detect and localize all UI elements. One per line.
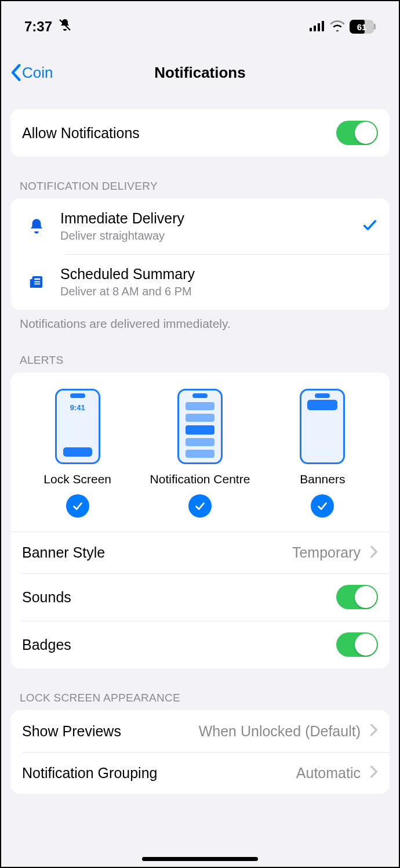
- badges-toggle[interactable]: [336, 632, 378, 657]
- sounds-row[interactable]: Sounds: [10, 573, 390, 621]
- checkmark-icon: [362, 217, 378, 236]
- chevron-right-icon: [370, 765, 378, 780]
- show-previews-label: Show Previews: [22, 723, 121, 740]
- status-right: 61: [310, 19, 376, 35]
- svg-rect-8: [34, 281, 40, 283]
- page-title: Notifications: [154, 64, 245, 82]
- svg-rect-2: [314, 26, 316, 31]
- alert-banners-label: Banners: [300, 472, 345, 486]
- svg-rect-7: [34, 279, 40, 280]
- nav-bar: Coin Notifications: [1, 52, 399, 93]
- banner-style-label: Banner Style: [22, 544, 283, 561]
- sounds-toggle[interactable]: [336, 585, 378, 609]
- svg-rect-9: [34, 284, 40, 285]
- alerts-preview-row: 9:41 Lock Screen: [10, 372, 390, 531]
- banner-style-value: Temporary: [292, 544, 361, 561]
- banners-preview-icon: [300, 389, 345, 464]
- alert-lockscreen-label: Lock Screen: [43, 472, 111, 486]
- delivery-header: NOTIFICATION DELIVERY: [10, 180, 390, 198]
- badges-label: Badges: [22, 636, 327, 653]
- status-left: 7:37: [24, 18, 72, 35]
- bell-icon: [22, 218, 51, 235]
- badges-row[interactable]: Badges: [10, 621, 390, 668]
- notification-grouping-label: Notification Grouping: [22, 765, 157, 782]
- banner-style-row[interactable]: Banner Style Temporary: [10, 531, 390, 573]
- status-bar: 7:37 61: [1, 1, 399, 42]
- alert-nc-label: Notification Centre: [150, 472, 250, 486]
- notification-grouping-value: Automatic: [296, 765, 361, 782]
- delivery-immediate-sub: Deliver straightaway: [60, 229, 352, 243]
- alert-lockscreen-check[interactable]: [66, 494, 89, 518]
- alert-banners[interactable]: Banners: [262, 389, 383, 518]
- svg-rect-6: [30, 279, 33, 288]
- svg-rect-4: [322, 21, 324, 31]
- show-previews-value: When Unlocked (Default): [199, 723, 361, 740]
- delivery-scheduled-row[interactable]: Scheduled Summary Deliver at 8 AM and 6 …: [10, 254, 390, 310]
- delivery-scheduled-title: Scheduled Summary: [60, 266, 378, 283]
- delivery-immediate-row[interactable]: Immediate Delivery Deliver straightaway: [10, 198, 390, 254]
- newspaper-icon: [22, 273, 51, 291]
- chevron-right-icon: [370, 724, 378, 739]
- delivery-immediate-title: Immediate Delivery: [60, 210, 352, 227]
- show-previews-row[interactable]: Show Previews When Unlocked (Default): [10, 710, 390, 752]
- allow-notifications-row[interactable]: Allow Notifications: [10, 109, 390, 157]
- status-time: 7:37: [24, 19, 52, 35]
- back-button[interactable]: Coin: [10, 64, 53, 82]
- battery-pct: 61: [350, 22, 374, 32]
- allow-notifications-toggle[interactable]: [336, 121, 378, 145]
- lockscreen-preview-icon: 9:41: [55, 389, 100, 464]
- allow-notifications-label: Allow Notifications: [22, 125, 327, 142]
- alert-banners-check[interactable]: [311, 494, 334, 518]
- delivery-footer: Notifications are delivered immediately.: [10, 310, 390, 331]
- cell-signal-icon: [310, 19, 325, 35]
- delivery-scheduled-sub: Deliver at 8 AM and 6 PM: [60, 285, 378, 298]
- silent-icon: [58, 18, 72, 35]
- wifi-icon: [330, 19, 345, 35]
- alerts-header: ALERTS: [10, 354, 390, 372]
- svg-rect-3: [318, 23, 320, 31]
- home-indicator[interactable]: [142, 857, 258, 861]
- alert-nc-check[interactable]: [188, 494, 212, 518]
- svg-rect-1: [310, 28, 312, 31]
- alert-notification-centre[interactable]: Notification Centre: [139, 389, 260, 518]
- notification-grouping-row[interactable]: Notification Grouping Automatic: [10, 752, 390, 794]
- sounds-label: Sounds: [22, 589, 327, 606]
- notification-centre-preview-icon: [177, 389, 223, 464]
- back-label: Coin: [22, 64, 53, 82]
- alert-lockscreen[interactable]: 9:41 Lock Screen: [17, 389, 138, 518]
- chevron-right-icon: [370, 545, 378, 560]
- battery-icon: 61: [350, 20, 376, 34]
- lockscreen-header: LOCK SCREEN APPEARANCE: [10, 692, 390, 710]
